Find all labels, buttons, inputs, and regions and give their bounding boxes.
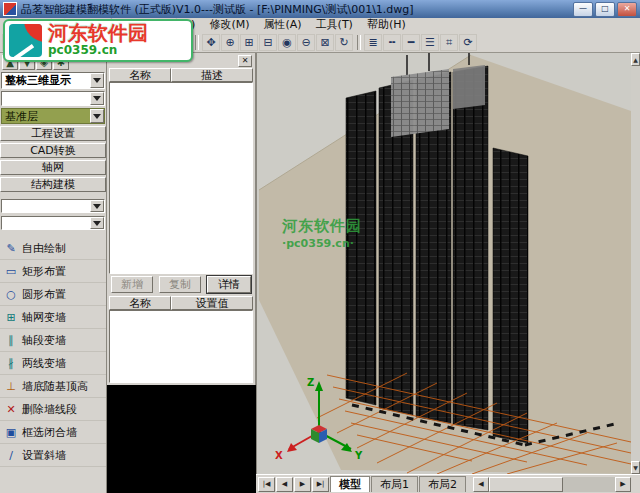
- scaffold-patch: [453, 65, 485, 109]
- dropdown-arrow-icon[interactable]: [90, 92, 104, 105]
- scrollbar-track[interactable]: [563, 477, 615, 492]
- axis-to-wall-icon: ∥: [4, 334, 18, 347]
- close-button[interactable]: ✕: [617, 2, 637, 17]
- project-settings-button[interactable]: 工程设置: [0, 126, 106, 141]
- panel-close-button[interactable]: ✕: [238, 55, 252, 67]
- tab-model[interactable]: 模型: [330, 476, 370, 492]
- canvas-watermark-name: 河东软件园: [282, 217, 362, 237]
- scroll-left-icon[interactable]: ◀: [473, 477, 489, 492]
- tool-rect-layout[interactable]: ▭ 矩形布置: [0, 260, 106, 283]
- detail-button[interactable]: 详情: [207, 276, 251, 293]
- scrollbar-thumb[interactable]: [489, 477, 563, 492]
- vertical-scrollbar[interactable]: ▲ ▼: [631, 53, 640, 474]
- title-bar: 品茗智能建模翻模软件 (正式版)V1.0---测试版 - [F:\PINMING…: [0, 0, 640, 18]
- site-watermark: 河东软件园 pc0359.cn: [3, 19, 193, 62]
- structure-modeling-button[interactable]: 结构建模: [0, 177, 106, 192]
- column-header-name[interactable]: 名称: [109, 68, 171, 82]
- zoom-window-icon[interactable]: ⊞: [240, 34, 258, 51]
- toolbar-separator: [357, 35, 361, 50]
- view-mode-value: 整栋三维显示: [2, 73, 90, 88]
- tool-box-select-closed-wall[interactable]: ▣ 框选闭合墙: [0, 421, 106, 444]
- zoom-realtime-icon[interactable]: ⊕: [221, 34, 239, 51]
- pan-icon[interactable]: ✥: [202, 34, 220, 51]
- cad-convert-button[interactable]: CAD转换: [0, 143, 106, 158]
- twoline-to-wall-icon: ∦: [4, 357, 18, 370]
- category-combo[interactable]: [1, 199, 105, 213]
- layers-icon[interactable]: ≣: [364, 34, 382, 51]
- subcategory-combo[interactable]: [1, 216, 105, 230]
- tool-free-draw[interactable]: ✎ 自由绘制: [0, 237, 106, 260]
- column-header-desc[interactable]: 描述: [171, 68, 253, 82]
- axis-grid-button[interactable]: 轴网: [0, 160, 106, 175]
- zoom-extents-icon[interactable]: ⊠: [316, 34, 334, 51]
- dropdown-arrow-icon[interactable]: [90, 73, 104, 88]
- site-watermark-url: pc0359.cn: [48, 43, 148, 57]
- column-header-name2[interactable]: 名称: [109, 296, 171, 310]
- scaffold-patch: [391, 69, 449, 137]
- canvas-watermark-url: ·pc0359.cn·: [282, 237, 362, 251]
- menu-modify[interactable]: 修改(M): [202, 18, 256, 32]
- tool-wallbase-height[interactable]: ⊥ 墙底随基顶高: [0, 375, 106, 398]
- circle-layout-icon: ○: [4, 288, 18, 301]
- first-tab-icon[interactable]: |◀: [258, 477, 275, 492]
- tab-layout2[interactable]: 布局2: [419, 476, 466, 492]
- model-3d-view: Z X Y: [257, 53, 631, 474]
- copy-button: 复制: [159, 276, 201, 293]
- next-tab-icon[interactable]: ▶: [294, 477, 311, 492]
- measure-icon[interactable]: ⌗: [440, 34, 458, 51]
- tool-sidebar: ▲ ▼ ◈ ✱ 整栋三维显示 基准层 工程设置 CAD转换 轴网 结构建模: [0, 53, 107, 493]
- name-value-table-header: 名称 设置值: [109, 296, 253, 310]
- linetype-icon[interactable]: ╍: [383, 34, 401, 51]
- layout-tab-bar: |◀ ◀ ▶ ▶| 模型 布局1 布局2 ◀ ▶: [256, 474, 640, 493]
- dropdown-arrow-icon[interactable]: [90, 200, 104, 212]
- orbit-icon[interactable]: ↻: [335, 34, 353, 51]
- horizontal-scrollbar[interactable]: ◀ ▶: [473, 477, 640, 492]
- slant-wall-icon: ∕: [4, 449, 18, 462]
- last-tab-icon[interactable]: ▶|: [312, 477, 329, 492]
- menu-help[interactable]: 帮助(H): [360, 18, 413, 32]
- axis-z-label: Z: [307, 377, 314, 388]
- delete-wall-icon: ✕: [4, 403, 18, 416]
- toolbar-separator: [195, 35, 199, 50]
- menu-properties[interactable]: 属性(A): [256, 18, 308, 32]
- scroll-right-icon[interactable]: ▶: [615, 477, 631, 492]
- tool-twoline-to-wall[interactable]: ∦ 两线变墙: [0, 352, 106, 375]
- scroll-up-icon[interactable]: ▲: [631, 53, 640, 66]
- maximize-button[interactable]: □: [595, 2, 615, 17]
- tool-circle-layout[interactable]: ○ 圆形布置: [0, 283, 106, 306]
- prev-tab-icon[interactable]: ◀: [276, 477, 293, 492]
- axis-x-label: X: [275, 450, 283, 461]
- size-grip: [631, 477, 640, 492]
- rect-layout-icon: ▭: [4, 265, 18, 278]
- tool-list: ✎ 自由绘制 ▭ 矩形布置 ○ 圆形布置 ⊞ 轴网变墙 ∥ 轴段变墙 ∦ 两线变…: [0, 237, 106, 467]
- zoom-previous-icon[interactable]: ⊟: [259, 34, 277, 51]
- view-mode-combo[interactable]: 整栋三维显示: [1, 72, 105, 89]
- axis-y-label: Y: [354, 450, 363, 461]
- menu-tools[interactable]: 工具(T): [309, 18, 360, 32]
- window-title: 品茗智能建模翻模软件 (正式版)V1.0---测试版 - [F:\PINMING…: [21, 2, 571, 17]
- tool-set-slant-wall[interactable]: ∕ 设置斜墙: [0, 444, 106, 467]
- drawing-canvas[interactable]: Z X Y 河东软件园 ·pc0359.cn·: [256, 53, 631, 474]
- dropdown-arrow-icon[interactable]: [90, 217, 104, 229]
- tab-layout1[interactable]: 布局1: [371, 476, 418, 492]
- name-value-list[interactable]: [109, 310, 253, 383]
- floor-select-combo[interactable]: 基准层: [1, 108, 105, 124]
- box-select-wall-icon: ▣: [4, 426, 18, 439]
- tool-axis-to-wall[interactable]: ∥ 轴段变墙: [0, 329, 106, 352]
- lineweight-icon[interactable]: ━: [402, 34, 420, 51]
- wallbase-height-icon: ⊥: [4, 380, 18, 393]
- empty-combo[interactable]: [1, 91, 105, 106]
- minimize-button[interactable]: —: [573, 2, 593, 17]
- dropdown-arrow-icon[interactable]: [90, 109, 104, 123]
- properties-panel: ✕ 名称 描述 新增 复制 详情 名称 设置值: [107, 53, 256, 493]
- zoom-out-icon[interactable]: ⊖: [297, 34, 315, 51]
- preview-area: [107, 385, 256, 493]
- properties-icon[interactable]: ☰: [421, 34, 439, 51]
- zoom-in-icon[interactable]: ◉: [278, 34, 296, 51]
- refresh-icon[interactable]: ⟳: [459, 34, 477, 51]
- name-desc-list[interactable]: [109, 82, 253, 274]
- column-header-value[interactable]: 设置值: [171, 296, 253, 310]
- scroll-down-icon[interactable]: ▼: [631, 461, 640, 474]
- tool-grid-to-wall[interactable]: ⊞ 轴网变墙: [0, 306, 106, 329]
- tool-delete-wall-segment[interactable]: ✕ 删除墙线段: [0, 398, 106, 421]
